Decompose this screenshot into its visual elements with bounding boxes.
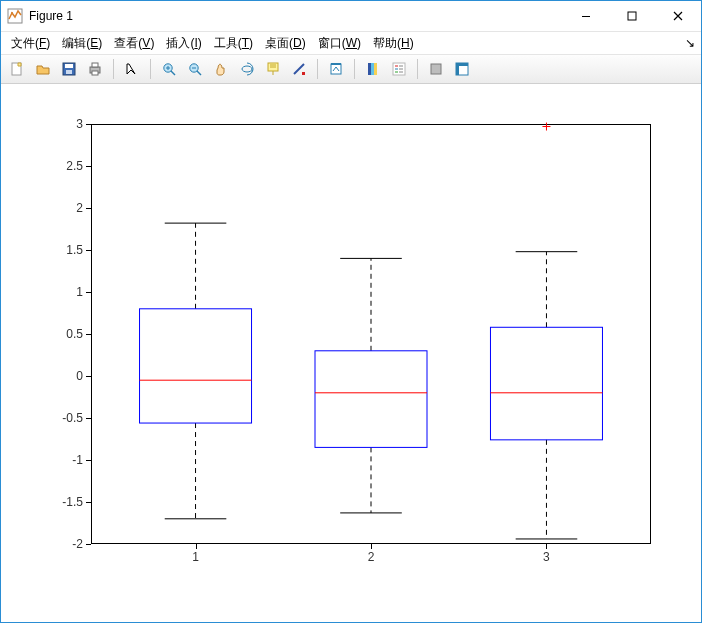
open-button[interactable] <box>31 57 55 81</box>
new-figure-button[interactable] <box>5 57 29 81</box>
svg-rect-8 <box>92 63 98 67</box>
menu-help[interactable]: 帮助(H) <box>367 33 420 54</box>
save-button[interactable] <box>57 57 81 81</box>
toolbar-separator <box>113 59 114 79</box>
menu-tools[interactable]: 工具(T) <box>208 33 259 54</box>
menu-desktop-label: 桌面(D) <box>265 36 306 50</box>
hide-plot-tools-button[interactable] <box>424 57 448 81</box>
rotate-3d-button[interactable] <box>235 57 259 81</box>
svg-rect-20 <box>431 64 441 74</box>
menu-tools-label: 工具(T) <box>214 36 253 50</box>
svg-rect-15 <box>331 64 341 74</box>
menu-insert[interactable]: 插入(I) <box>160 33 207 54</box>
svg-rect-18 <box>374 63 377 75</box>
toolbar-separator <box>317 59 318 79</box>
svg-rect-2 <box>628 12 636 20</box>
boxplot-svg <box>1 84 701 623</box>
edit-plot-button[interactable] <box>120 57 144 81</box>
link-plot-button[interactable] <box>324 57 348 81</box>
title-bar: Figure 1 <box>1 1 701 32</box>
toolbar <box>1 55 701 84</box>
box <box>490 327 602 440</box>
toolbar-separator <box>150 59 151 79</box>
svg-rect-14 <box>302 72 305 75</box>
svg-rect-6 <box>66 70 72 74</box>
pan-button[interactable] <box>209 57 233 81</box>
menu-insert-label: 插入(I) <box>166 36 201 50</box>
window-title: Figure 1 <box>29 9 73 23</box>
svg-rect-17 <box>371 63 374 75</box>
menu-desktop[interactable]: 桌面(D) <box>259 33 312 54</box>
colorbar-button[interactable] <box>361 57 385 81</box>
menu-edit[interactable]: 编辑(E) <box>56 33 108 54</box>
svg-rect-5 <box>65 64 73 68</box>
box <box>315 351 427 448</box>
menu-view-label: 查看(V) <box>114 36 154 50</box>
menu-window[interactable]: 窗口(W) <box>312 33 367 54</box>
legend-button[interactable] <box>387 57 411 81</box>
zoom-in-button[interactable] <box>157 57 181 81</box>
menu-file-label: 文件(F) <box>11 36 50 50</box>
menu-help-label: 帮助(H) <box>373 36 414 50</box>
brush-button[interactable] <box>287 57 311 81</box>
outlier-marker <box>542 123 550 131</box>
menu-bar: 文件(F) 编辑(E) 查看(V) 插入(I) 工具(T) 桌面(D) 窗口(W… <box>1 32 701 55</box>
toolbar-separator <box>417 59 418 79</box>
box <box>140 309 252 423</box>
app-icon <box>7 8 23 24</box>
close-button[interactable] <box>655 1 701 31</box>
data-cursor-button[interactable] <box>261 57 285 81</box>
zoom-out-button[interactable] <box>183 57 207 81</box>
svg-point-12 <box>242 66 252 72</box>
dock-arrow-icon[interactable]: ↘ <box>685 36 695 50</box>
svg-rect-16 <box>368 63 371 75</box>
figure-window: Figure 1 文件(F) 编辑(E) 查看(V) 插入(I) 工具(T) 桌… <box>0 0 702 623</box>
svg-rect-9 <box>92 71 98 75</box>
menu-file[interactable]: 文件(F) <box>5 33 56 54</box>
menu-edit-label: 编辑(E) <box>62 36 102 50</box>
menu-view[interactable]: 查看(V) <box>108 33 160 54</box>
minimize-button[interactable] <box>563 1 609 31</box>
print-button[interactable] <box>83 57 107 81</box>
svg-rect-23 <box>456 63 459 75</box>
maximize-button[interactable] <box>609 1 655 31</box>
svg-point-1 <box>11 12 13 14</box>
toolbar-separator <box>354 59 355 79</box>
show-plot-tools-button[interactable] <box>450 57 474 81</box>
menu-window-label: 窗口(W) <box>318 36 361 50</box>
figure-area[interactable]: -2-1.5-1-0.500.511.522.53123 <box>1 84 701 622</box>
